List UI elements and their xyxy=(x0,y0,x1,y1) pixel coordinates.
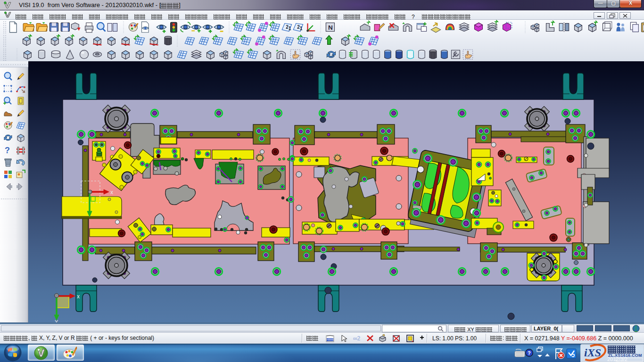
svg-text:?: ? xyxy=(528,350,531,356)
svg-text:x: x xyxy=(77,293,80,300)
svg-text:iXS: iXS xyxy=(584,346,601,359)
svg-text:x: x xyxy=(110,189,113,196)
svg-text:∞2: ∞2 xyxy=(353,335,361,342)
